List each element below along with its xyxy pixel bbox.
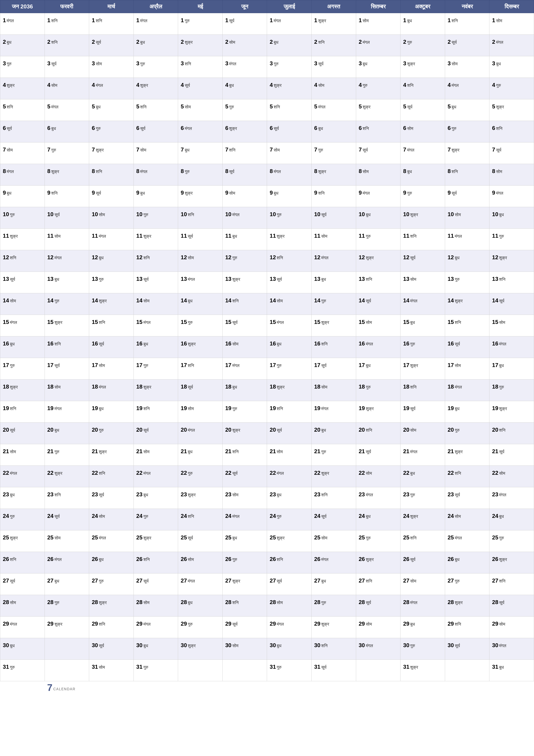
day-name-13-3: गुरु: [99, 277, 104, 282]
cell-20-11: 20गुरु: [445, 422, 490, 444]
day-name-13-9: शनि: [366, 277, 372, 282]
day-name-20-11: गुरु: [455, 428, 460, 433]
day-number-16-12: 16: [492, 340, 498, 347]
day-name-20-5: मंगल: [188, 428, 195, 433]
cell-7-8: 7गुरु: [312, 143, 356, 164]
day-number-1-1: 1: [3, 17, 6, 23]
cell-13-12: 13शनि: [490, 272, 534, 293]
cell-10-8: 10सूर्य: [312, 207, 356, 229]
day-number-19-3: 19: [92, 405, 98, 411]
day-name-1-12: सोम: [496, 18, 502, 23]
day-number-15-4: 15: [136, 319, 142, 325]
day-number-23-10: 23: [403, 491, 409, 498]
cell-22-7: 22मंगल: [267, 466, 312, 487]
day-name-29-10: बुध: [410, 622, 415, 627]
day-name-26-4: शनि: [143, 557, 150, 562]
day-name-10-2: सूर्य: [55, 212, 60, 217]
cell-2-4: 2बुध: [134, 35, 178, 56]
footer-cell-0: [0, 681, 45, 703]
day-name-18-2: सोम: [55, 385, 61, 390]
cell-18-2: 18सोम: [44, 380, 89, 401]
cell-3-7: 3गुरु: [267, 56, 312, 78]
day-number-14-12: 14: [492, 297, 498, 304]
day-name-14-10: मंगल: [410, 298, 417, 303]
day-name-3-9: बुध: [363, 62, 367, 66]
day-name-10-11: सोम: [455, 212, 461, 217]
day-name-18-6: बुध: [232, 385, 237, 390]
day-number-12-1: 12: [3, 254, 9, 260]
day-name-27-5: मंगल: [188, 579, 195, 583]
day-name-11-12: गुरु: [499, 234, 504, 239]
cell-14-11: 14शुक्र: [445, 293, 490, 315]
day-name-1-4: मंगल: [140, 18, 147, 23]
day-number-23-1: 23: [3, 491, 9, 498]
day-number-1-4: 1: [136, 17, 139, 23]
month-header-6: जुलाई: [267, 0, 312, 13]
day-name-30-4: बुध: [143, 643, 148, 648]
day-number-25-11: 25: [448, 534, 454, 541]
cell-31-10: 31शुक्र: [400, 660, 445, 681]
cell-3-4: 3गुरु: [134, 56, 178, 78]
day-name-7-8: गुरु: [318, 148, 323, 152]
cell-3-10: 3शुक्र: [400, 56, 445, 78]
cell-27-4: 27सूर्य: [134, 574, 178, 595]
day-name-3-7: गुरु: [274, 62, 278, 66]
day-number-15-1: 15: [3, 319, 9, 325]
cell-31-8: 31सूर्य: [312, 660, 356, 681]
cell-21-7: 21सोम: [267, 444, 312, 466]
cell-27-2: 27बुध: [44, 574, 89, 595]
cell-11-3: 11मंगल: [89, 229, 134, 250]
cell-5-5: 5सोम: [178, 99, 223, 121]
day-number-16-10: 16: [403, 340, 409, 347]
cell-16-3: 16सूर्य: [89, 337, 134, 358]
cell-15-12: 15सोम: [490, 315, 534, 337]
day-name-9-12: मंगल: [496, 191, 503, 196]
cell-24-9: 24बुध: [356, 509, 400, 530]
day-name-22-1: मंगल: [10, 471, 17, 475]
cell-4-2: 4सोम: [44, 78, 89, 99]
cell-6-4: 6सूर्य: [134, 121, 178, 143]
day-number-27-2: 27: [47, 577, 54, 584]
cell-9-12: 9मंगल: [490, 186, 534, 207]
day-row-20: 20सूर्य20बुध20गुरु20सूर्य20मंगल20शुक्र20…: [0, 422, 534, 444]
day-name-26-12: शुक्र: [499, 557, 507, 562]
day-number-3-4: 3: [136, 60, 139, 67]
day-name-12-8: मंगल: [321, 256, 328, 260]
cell-28-5: 28बुध: [178, 595, 223, 617]
day-row-25: 25शुक्र25सोम25मंगल25शुक्र25सूर्य25बुध25श…: [0, 530, 534, 552]
day-name-21-2: गुरु: [55, 449, 59, 454]
day-name-7-7: सोम: [274, 148, 280, 152]
day-name-12-6: गुरु: [232, 256, 237, 260]
day-name-7-2: गुरु: [51, 148, 56, 152]
day-name-26-10: सूर्य: [410, 557, 415, 562]
cell-7-10: 7मंगल: [400, 143, 445, 164]
cell-18-6: 18बुध: [222, 380, 267, 401]
cell-4-4: 4शुक्र: [134, 78, 178, 99]
cell-17-11: 17सोम: [445, 358, 490, 380]
cell-1-2: 1शनि: [44, 13, 89, 35]
day-name-6-9: शनि: [363, 126, 369, 131]
day-number-25-6: 25: [225, 534, 232, 541]
day-number-20-9: 20: [359, 426, 365, 433]
cell-9-11: 9सूर्य: [445, 186, 490, 207]
day-name-13-10: सोम: [410, 277, 416, 282]
day-number-12-2: 12: [47, 254, 54, 260]
day-name-27-1: सूर्य: [10, 579, 15, 583]
day-name-1-9: सोम: [363, 18, 369, 23]
cell-30-7: 30बुध: [267, 638, 312, 660]
cell-2-1: 2बुध: [0, 35, 45, 56]
day-number-31-3: 31: [92, 663, 98, 670]
day-name-12-9: शुक्र: [366, 256, 374, 260]
day-number-19-2: 19: [47, 405, 54, 411]
day-number-20-6: 20: [225, 426, 232, 433]
day-number-30-11: 30: [448, 642, 454, 648]
cell-29-10: 29बुध: [400, 617, 445, 638]
day-number-20-3: 20: [92, 426, 98, 433]
footer-cell-9: [400, 681, 445, 703]
day-number-17-12: 17: [492, 362, 498, 368]
day-row-1: 1मंगल1शनि1शनि1मंगल1गुरु1सूर्य1मंगल1शुक्र…: [0, 13, 534, 35]
day-number-12-8: 12: [314, 254, 320, 260]
cell-11-11: 11मंगल: [445, 229, 490, 250]
day-number-10-4: 10: [136, 211, 142, 217]
day-number-5-4: 5: [136, 103, 139, 110]
